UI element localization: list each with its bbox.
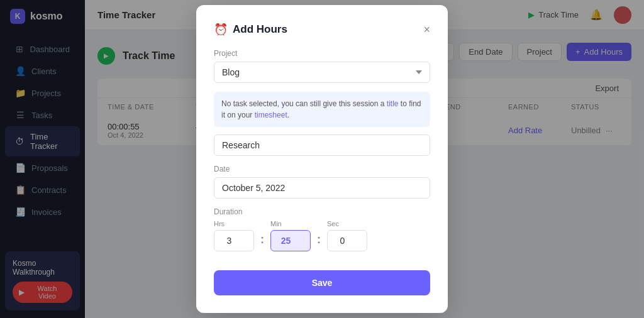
add-hours-modal: ⏰ Add Hours × Project Blog No task selec… [196,5,448,313]
hours-input[interactable] [214,230,254,251]
info-text-after: . [287,111,289,119]
separator-2: : [317,233,321,251]
min-label: Min [270,220,311,228]
duration-row: Hrs : Min : Sec [214,220,430,251]
modal-close-button[interactable]: × [423,24,430,35]
info-box: No task selected, you can still give thi… [214,92,430,127]
duration-label: Duration [214,207,430,216]
hrs-label: Hrs [214,220,254,228]
duration-field: Duration Hrs : Min : Sec [214,207,430,251]
project-select[interactable]: Blog [214,62,430,83]
title-field [214,134,430,156]
separator-1: : [260,233,264,251]
clock-icon: ⏰ [214,23,228,36]
seconds-input[interactable] [327,230,367,251]
title-input[interactable] [214,134,430,156]
seconds-group: Sec [327,220,367,251]
save-button[interactable]: Save [214,270,430,295]
modal-title-row: ⏰ Add Hours [214,23,287,36]
title-link[interactable]: title [387,99,399,108]
modal-title: Add Hours [233,23,287,36]
modal-header: ⏰ Add Hours × [214,23,430,36]
project-label: Project [214,49,430,58]
sec-label: Sec [327,220,367,228]
project-field: Project Blog [214,49,430,83]
timesheet-link[interactable]: timesheet [255,111,287,119]
date-label: Date [214,165,430,173]
modal-overlay: ⏰ Add Hours × Project Blog No task selec… [0,0,644,318]
hours-group: Hrs [214,220,254,251]
info-text-before: No task selected, you can still give thi… [221,99,387,108]
date-field: Date [214,165,430,199]
date-input[interactable] [214,177,430,199]
minutes-input[interactable] [270,230,311,251]
minutes-group: Min [270,220,311,251]
